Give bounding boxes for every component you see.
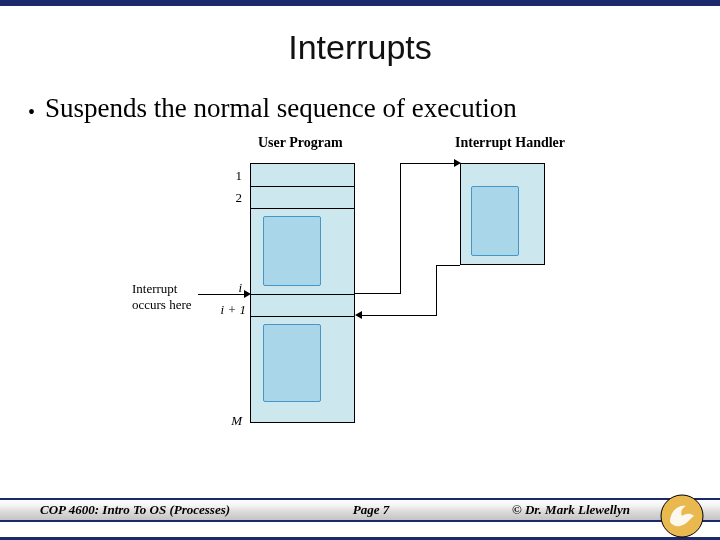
top-rule <box>0 0 720 6</box>
conn2-arrow <box>355 311 362 319</box>
bullet-text: Suspends the normal sequence of executio… <box>45 93 517 124</box>
footer-course: COP 4600: Intro To OS (Processes) <box>40 502 230 518</box>
row-label-M: M <box>212 413 242 429</box>
row-label-2: 2 <box>212 190 242 206</box>
row-divider <box>251 294 354 295</box>
conn2-h1 <box>436 265 460 266</box>
handler-block <box>471 186 519 256</box>
note-arrow-line <box>198 294 246 295</box>
footer-page: Page 7 <box>353 502 389 518</box>
user-block-bottom <box>263 324 321 402</box>
interrupt-handler-column <box>460 163 545 265</box>
footer-bar: COP 4600: Intro To OS (Processes) Page 7… <box>0 498 720 522</box>
row-divider <box>251 186 354 187</box>
footer: COP 4600: Intro To OS (Processes) Page 7… <box>0 498 720 540</box>
conn2-v <box>436 265 437 315</box>
conn1-arrow <box>454 159 461 167</box>
interrupt-note: Interruptoccurs here <box>132 281 202 312</box>
user-block-top <box>263 216 321 286</box>
bullet-item: • Suspends the normal sequence of execut… <box>28 93 720 124</box>
row-divider <box>251 208 354 209</box>
conn1-h2 <box>400 163 456 164</box>
user-program-column <box>250 163 355 423</box>
conn1-h1 <box>355 293 400 294</box>
ucf-pegasus-logo <box>660 494 704 538</box>
interrupt-diagram: User Program Interrupt Handler 1 2 i i +… <box>140 135 600 445</box>
slide-title: Interrupts <box>0 28 720 67</box>
conn1-v <box>400 163 401 294</box>
bullet-marker: • <box>28 101 35 124</box>
label-interrupt-handler: Interrupt Handler <box>455 135 565 151</box>
row-label-i1: i + 1 <box>206 302 246 318</box>
row-divider <box>251 316 354 317</box>
conn2-h2 <box>361 315 437 316</box>
note-arrow-head <box>244 290 251 298</box>
footer-author: © Dr. Mark Llewellyn <box>512 502 630 518</box>
row-label-1: 1 <box>212 168 242 184</box>
label-user-program: User Program <box>258 135 343 151</box>
